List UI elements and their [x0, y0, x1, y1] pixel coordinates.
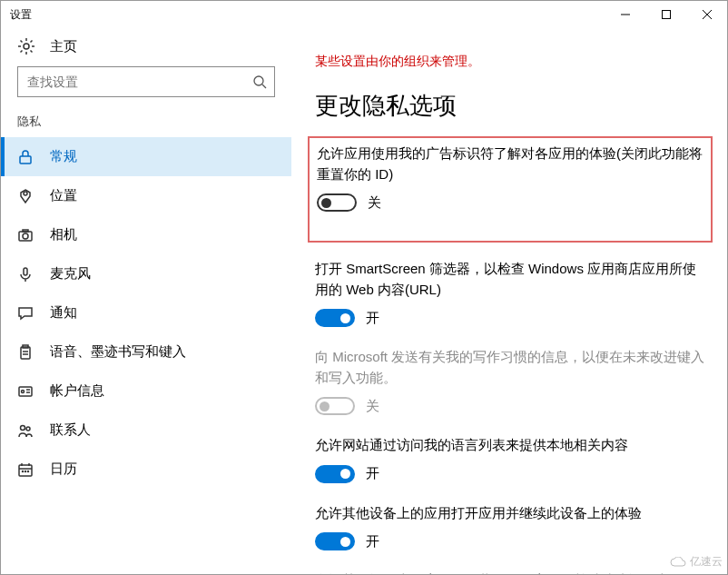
search-input-container[interactable] — [17, 66, 275, 97]
gear-icon — [17, 37, 35, 55]
toggle-switch — [315, 397, 355, 415]
sidebar-item-contacts[interactable]: 联系人 — [1, 411, 291, 450]
toggle-switch[interactable] — [317, 193, 357, 212]
people-icon — [17, 422, 34, 439]
calendar-icon — [17, 461, 34, 478]
toggle-switch[interactable] — [315, 465, 355, 483]
search-icon — [252, 74, 267, 89]
sidebar-item-speech[interactable]: 语音、墨迹书写和键入 — [1, 332, 291, 372]
toggle-switch[interactable] — [315, 309, 355, 327]
setting-desc: 向 Microsoft 发送有关我的写作习惯的信息，以便在未来改进键入和写入功能… — [315, 347, 705, 388]
settings-list: 允许应用使用我的广告标识符了解对各应用的体验(关闭此功能将重置你的 ID) 关 … — [315, 136, 705, 574]
home-label: 主页 — [50, 38, 77, 55]
svg-point-8 — [24, 192, 27, 195]
setting-lang-list: 允许网站通过访问我的语言列表来提供本地相关内容 开 — [315, 435, 705, 483]
camera-icon — [17, 227, 34, 243]
toggle-label: 开 — [366, 533, 379, 550]
setting-desc: 允许其他设备上的应用打开应用并继续此设备上的体验 — [315, 503, 705, 524]
toggle-row: 关 — [315, 397, 705, 415]
window-title: 设置 — [10, 7, 32, 23]
svg-point-4 — [24, 44, 29, 49]
sidebar-item-label: 相机 — [50, 226, 77, 243]
window-controls — [605, 1, 727, 28]
sidebar: 主页 隐私 常规 位置 相机 麦克风 通知 语音、墨迹书写和键入 帐户信息 联系… — [1, 28, 291, 574]
setting-desc: 允许应用使用我的广告标识符了解对各应用的体验(关闭此功能将重置你的 ID) — [317, 144, 703, 184]
toggle-label: 关 — [366, 398, 379, 415]
sidebar-item-label: 联系人 — [50, 421, 91, 439]
svg-point-18 — [22, 390, 25, 392]
setting-desc: 允许网站通过访问我的语言列表来提供本地相关内容 — [315, 435, 705, 456]
svg-point-21 — [21, 425, 25, 430]
section-label: 隐私 — [1, 114, 291, 137]
sidebar-item-camera[interactable]: 相机 — [1, 215, 291, 254]
toggle-label: 开 — [366, 310, 379, 327]
location-icon — [17, 188, 34, 204]
nav-list: 常规 位置 相机 麦克风 通知 语音、墨迹书写和键入 帐户信息 联系人 日历 — [1, 137, 291, 489]
sidebar-item-label: 麦克风 — [50, 265, 91, 283]
svg-point-29 — [28, 471, 29, 471]
clipboard-icon — [17, 344, 34, 361]
svg-rect-13 — [21, 347, 30, 359]
watermark: 亿速云 — [670, 554, 723, 570]
sidebar-item-notif[interactable]: 通知 — [1, 293, 291, 332]
highlighted-setting: 允许应用使用我的广告标识符了解对各应用的体验(关闭此功能将重置你的 ID) 关 — [308, 136, 713, 243]
svg-point-22 — [26, 427, 30, 431]
search-input[interactable] — [25, 74, 252, 90]
sidebar-item-label: 帐户信息 — [50, 382, 104, 400]
toggle-row: 开 — [315, 465, 705, 483]
sidebar-item-general[interactable]: 常规 — [1, 137, 291, 176]
sidebar-item-label: 位置 — [50, 187, 77, 204]
setting-smartscreen: 打开 SmartScreen 筛选器，以检查 Windows 应用商店应用所使用… — [315, 259, 705, 327]
svg-rect-12 — [24, 268, 27, 275]
sidebar-item-label: 语音、墨迹书写和键入 — [50, 343, 186, 361]
svg-line-6 — [262, 84, 266, 88]
toggle-row: 开 — [315, 309, 705, 327]
setting-ad-id: 允许应用使用我的广告标识符了解对各应用的体验(关闭此功能将重置你的 ID) 关 — [317, 144, 703, 212]
home-link[interactable]: 主页 — [1, 28, 291, 66]
main-panel: 某些设置由你的组织来管理。 更改隐私选项 允许应用使用我的广告标识符了解对各应用… — [291, 28, 727, 574]
svg-rect-11 — [23, 230, 28, 232]
org-managed-message: 某些设置由你的组织来管理。 — [315, 54, 705, 70]
id-card-icon — [17, 383, 34, 400]
svg-point-27 — [23, 471, 24, 471]
setting-desc: 打开 SmartScreen 筛选器，以检查 Windows 应用商店应用所使用… — [315, 259, 705, 300]
toggle-label: 关 — [368, 194, 381, 212]
speech-bubble-icon — [17, 305, 34, 322]
svg-rect-7 — [20, 156, 31, 164]
svg-point-28 — [25, 471, 26, 471]
titlebar: 设置 — [1, 1, 727, 28]
sidebar-item-mic[interactable]: 麦克风 — [1, 254, 291, 293]
toggle-switch[interactable] — [315, 532, 355, 550]
toggle-row: 关 — [317, 193, 703, 212]
setting-bluetooth: 允许其他设备上的应用使用蓝牙打开应用，并继续此设备上的体验 — [315, 570, 705, 574]
svg-point-5 — [254, 76, 263, 85]
svg-rect-1 — [662, 11, 670, 19]
toggle-row: 开 — [315, 532, 705, 550]
setting-other-devices: 允许其他设备上的应用打开应用并继续此设备上的体验 开 — [315, 503, 705, 551]
sidebar-item-label: 日历 — [50, 461, 77, 478]
minimize-button[interactable] — [605, 1, 645, 28]
svg-point-10 — [23, 233, 28, 239]
setting-desc: 允许其他设备上的应用使用蓝牙打开应用，并继续此设备上的体验 — [315, 570, 705, 574]
setting-typing-info: 向 Microsoft 发送有关我的写作习惯的信息，以便在未来改进键入和写入功能… — [315, 347, 705, 415]
sidebar-item-account[interactable]: 帐户信息 — [1, 372, 291, 411]
sidebar-item-label: 通知 — [50, 304, 77, 322]
maximize-button[interactable] — [645, 1, 686, 28]
lock-icon — [17, 149, 34, 165]
close-button[interactable] — [686, 1, 727, 28]
sidebar-item-calendar[interactable]: 日历 — [1, 450, 291, 489]
sidebar-item-label: 常规 — [50, 148, 77, 165]
page-title: 更改隐私选项 — [315, 90, 705, 122]
sidebar-item-location[interactable]: 位置 — [1, 176, 291, 215]
toggle-label: 开 — [366, 465, 379, 482]
microphone-icon — [17, 266, 34, 283]
